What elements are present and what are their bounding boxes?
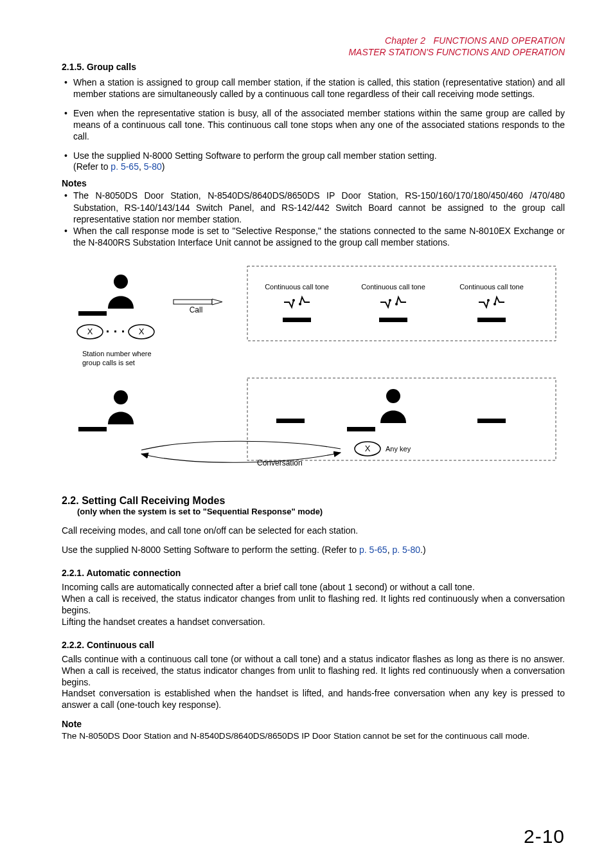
- note-item: When the call response mode is set to "S…: [62, 225, 565, 248]
- station-caption: Station number where: [82, 350, 152, 357]
- ref-suffix: ): [162, 161, 165, 172]
- svg-rect-9: [173, 300, 212, 304]
- note-text: The N-8050DS Door Station and N-8540DS/8…: [62, 730, 565, 741]
- continuous-tone-label: Continuous call tone: [265, 283, 329, 291]
- continuous-tone-label: Continuous call tone: [459, 283, 524, 291]
- page-ref-link[interactable]: p. 5-65: [359, 545, 387, 555]
- paragraph: Use the supplied N-8000 Setting Software…: [62, 545, 565, 556]
- paragraph: Calls continue with a continuous call to…: [62, 654, 565, 689]
- svg-rect-5: [283, 318, 311, 322]
- paragraph: When a call is received, the status indi…: [62, 593, 565, 617]
- paragraph: Call receiving modes, and call tone on/o…: [62, 525, 565, 537]
- section-2-2-2-heading: 2.2.2. Continuous call: [62, 640, 565, 650]
- header-subtitle: MASTER STATION'S FUNCTIONS AND OPERATION: [62, 47, 565, 59]
- paragraph: Lifting the handset creates a handset co…: [62, 617, 565, 628]
- page-ref-link[interactable]: p. 5-65: [111, 161, 139, 172]
- svg-rect-12: [114, 330, 116, 332]
- svg-rect-4: [247, 266, 556, 341]
- svg-rect-19: [477, 419, 506, 423]
- bullet-item: Use the supplied N-8000 Setting Software…: [62, 150, 565, 174]
- paragraph: Incoming calls are automatically connect…: [62, 582, 565, 593]
- page-number: 2-10: [524, 826, 565, 847]
- page-ref-link[interactable]: 5-80: [144, 161, 162, 172]
- chapter-label: Chapter 2: [385, 35, 425, 46]
- svg-rect-18: [347, 427, 375, 431]
- continuous-tone-label: Continuous call tone: [361, 283, 425, 291]
- key-x-label: X: [365, 444, 371, 453]
- ref-sep: ,: [139, 161, 144, 172]
- svg-rect-7: [477, 318, 506, 322]
- call-label: Call: [190, 305, 203, 314]
- svg-rect-11: [107, 330, 109, 332]
- page-header: Chapter 2 FUNCTIONS AND OPERATION MASTER…: [62, 35, 565, 58]
- chapter-title: FUNCTIONS AND OPERATION: [434, 35, 565, 46]
- ref-prefix: (Refer to: [73, 161, 111, 172]
- group-call-bullets: When a station is assigned to group call…: [62, 77, 565, 173]
- ref-suffix: .): [420, 545, 426, 555]
- notes-heading: Notes: [62, 178, 565, 188]
- paragraph: Handset conversation is established when…: [62, 688, 565, 711]
- svg-rect-17: [276, 419, 305, 423]
- anykey-label: Any key: [386, 445, 411, 453]
- text: Use the supplied N-8000 Setting Software…: [62, 545, 359, 555]
- station-caption: group calls is set: [82, 359, 135, 366]
- section-2-1-5-heading: 2.1.5. Group calls: [62, 62, 565, 72]
- section-2-2-1-heading: 2.2.1. Automatic connection: [62, 568, 565, 578]
- section-2-2-subheading: (only when the system is set to "Sequent…: [77, 507, 565, 516]
- bullet-item: Even when the representative station is …: [62, 108, 565, 143]
- notes-list: The N-8050DS Door Station, N-8540DS/8640…: [62, 190, 565, 248]
- svg-rect-13: [122, 330, 124, 332]
- note-heading: Note: [62, 719, 565, 729]
- svg-rect-6: [379, 318, 407, 322]
- group-call-diagram: Continuous call tone Continuous call ton…: [64, 261, 565, 486]
- svg-rect-16: [78, 427, 107, 431]
- bullet-text: Use the supplied N-8000 Setting Software…: [73, 150, 437, 161]
- conversation-label: Conversation: [257, 458, 303, 467]
- page-ref-link[interactable]: p. 5-80: [392, 545, 420, 555]
- key-x-label: X: [87, 327, 93, 336]
- svg-rect-8: [78, 311, 107, 316]
- section-2-2-heading: 2.2. Setting Call Receiving Modes: [62, 495, 565, 507]
- note-item: The N-8050DS Door Station, N-8540DS/8640…: [62, 190, 565, 225]
- key-x-label: X: [139, 327, 145, 336]
- bullet-item: When a station is assigned to group call…: [62, 77, 565, 100]
